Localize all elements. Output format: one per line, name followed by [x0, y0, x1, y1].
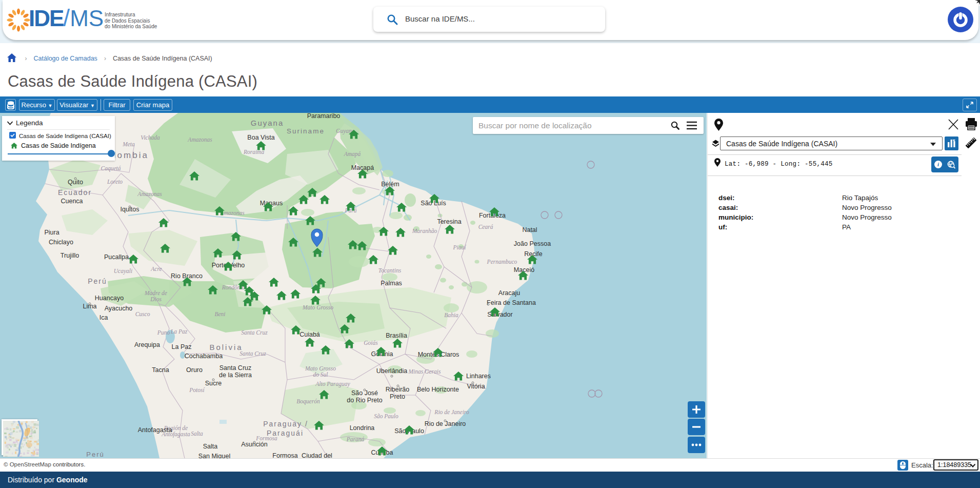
- svg-text:Dios: Dios: [150, 296, 162, 302]
- svg-text:Amapá: Amapá: [344, 151, 361, 158]
- svg-text:Londrina: Londrina: [350, 424, 375, 432]
- svg-text:Potosí: Potosí: [189, 387, 205, 393]
- svg-text:Belo Horizonte: Belo Horizonte: [417, 386, 459, 393]
- svg-text:Brasília: Brasília: [386, 332, 407, 339]
- svg-text:Perú: Perú: [88, 277, 107, 285]
- svg-text:Beni: Beni: [214, 311, 225, 317]
- svg-text:Lima: Lima: [83, 303, 96, 310]
- svg-text:San Miguel: San Miguel: [198, 453, 231, 458]
- svg-text:Oruro: Oruro: [186, 366, 203, 374]
- svg-text:Natal: Natal: [522, 226, 537, 233]
- svg-text:São Paulo: São Paulo: [374, 413, 398, 419]
- svg-text:Bolivia: Bolivia: [209, 343, 243, 352]
- svg-text:Piauí: Piauí: [453, 244, 467, 250]
- svg-text:São Luís: São Luís: [421, 200, 446, 207]
- svg-text:Feira de Santana: Feira de Santana: [487, 299, 536, 306]
- svg-text:Mato Grosso: Mato Grosso: [302, 304, 333, 310]
- svg-text:Suriname: Suriname: [287, 127, 325, 135]
- svg-text:Loreto: Loreto: [107, 179, 123, 185]
- svg-text:Paraná: Paraná: [346, 436, 365, 442]
- svg-text:Minas Gerais: Minas Gerais: [408, 368, 441, 375]
- svg-text:Pará: Pará: [345, 207, 357, 213]
- svg-text:Vichada: Vichada: [141, 134, 160, 141]
- svg-text:La Paz: La Paz: [172, 343, 192, 350]
- svg-text:Amazonas: Amazonas: [137, 191, 162, 197]
- svg-text:Huancayo: Huancayo: [95, 295, 124, 302]
- svg-text:do Sul: do Sul: [313, 372, 328, 378]
- svg-text:Tacna: Tacna: [152, 366, 169, 374]
- svg-text:Boa Vista: Boa Vista: [247, 134, 274, 141]
- svg-text:Ucayali: Ucayali: [114, 268, 132, 275]
- svg-text:Roraima: Roraima: [243, 149, 265, 155]
- svg-text:Paraguay /: Paraguay /: [263, 420, 308, 428]
- svg-text:Iquitos: Iquitos: [121, 206, 139, 213]
- svg-text:Pernambuco: Pernambuco: [487, 259, 517, 265]
- svg-text:Uberlândia: Uberlândia: [376, 367, 408, 375]
- svg-text:Maranhão: Maranhão: [412, 228, 437, 234]
- svg-text:Cuenca: Cuenca: [61, 198, 83, 205]
- svg-text:São José: São José: [351, 389, 378, 397]
- svg-text:Preto: Preto: [390, 393, 405, 400]
- svg-text:Cochabamba: Cochabamba: [185, 353, 223, 360]
- svg-text:de la Sierra: de la Sierra: [219, 372, 252, 379]
- svg-text:Goiás: Goiás: [364, 340, 378, 346]
- svg-text:Acre: Acre: [150, 266, 162, 272]
- svg-text:Linhares: Linhares: [466, 373, 491, 380]
- svg-text:Rio de Janeiro: Rio de Janeiro: [434, 409, 469, 415]
- svg-text:Cusco: Cusco: [135, 311, 150, 317]
- svg-text:Salta: Salta: [203, 443, 218, 450]
- svg-text:Aracaju: Aracaju: [498, 289, 520, 297]
- svg-text:João Pessoa: João Pessoa: [514, 240, 551, 247]
- svg-text:Paramaribo: Paramaribo: [307, 113, 341, 120]
- svg-text:Palmas: Palmas: [381, 280, 402, 287]
- svg-text:Rio de Janeiro: Rio de Janeiro: [425, 420, 466, 427]
- svg-text:Ecuador: Ecuador: [58, 188, 92, 197]
- svg-text:Formosa: Formosa: [272, 452, 297, 458]
- svg-text:Madre de: Madre de: [144, 290, 167, 296]
- svg-text:Pucallpa: Pucallpa: [104, 253, 129, 261]
- svg-text:Puno: Puno: [157, 329, 170, 336]
- svg-text:Salvador: Salvador: [487, 311, 512, 318]
- svg-text:Mato Grosso: Mato Grosso: [305, 365, 336, 372]
- svg-text:Antofagasta: Antofagasta: [138, 426, 172, 434]
- svg-text:Santa Cruz: Santa Cruz: [239, 350, 266, 357]
- svg-text:Ciudad del: Ciudad del: [302, 452, 332, 458]
- svg-text:La Paz: La Paz: [170, 328, 188, 335]
- svg-text:Chiclayo: Chiclayo: [49, 239, 73, 246]
- svg-text:Teresina: Teresina: [437, 218, 461, 225]
- svg-text:Tocantins: Tocantins: [378, 267, 402, 274]
- svg-text:Piura: Piura: [44, 229, 59, 236]
- svg-text:Santa Cruz: Santa Cruz: [219, 364, 252, 372]
- svg-text:Bahia: Bahia: [444, 312, 458, 318]
- svg-text:Ayacucho: Ayacucho: [105, 305, 133, 312]
- svg-text:Salta: Salta: [191, 431, 203, 437]
- svg-text:Boquerón: Boquerón: [296, 398, 320, 405]
- svg-text:Perú: Perú: [86, 451, 104, 458]
- svg-text:do Rio Preto: do Rio Preto: [347, 397, 383, 404]
- svg-text:Arequipa: Arequipa: [134, 341, 160, 348]
- svg-text:Vitória: Vitória: [467, 383, 485, 390]
- svg-text:Caquetá: Caquetá: [101, 165, 121, 172]
- svg-text:Asunción: Asunción: [241, 441, 267, 448]
- svg-text:Meta: Meta: [122, 141, 135, 147]
- svg-text:Alto Paraguay: Alto Paraguay: [315, 381, 350, 387]
- svg-text:Santa Cruz: Santa Cruz: [241, 329, 268, 336]
- svg-text:Amazonas: Amazonas: [187, 136, 212, 143]
- svg-text:Guyana: Guyana: [251, 119, 284, 127]
- svg-text:Cuiabá: Cuiabá: [299, 331, 320, 338]
- svg-text:Ceará: Ceará: [478, 224, 493, 230]
- svg-text:Trujillo: Trujillo: [61, 252, 79, 259]
- svg-text:Ica: Ica: [99, 314, 108, 321]
